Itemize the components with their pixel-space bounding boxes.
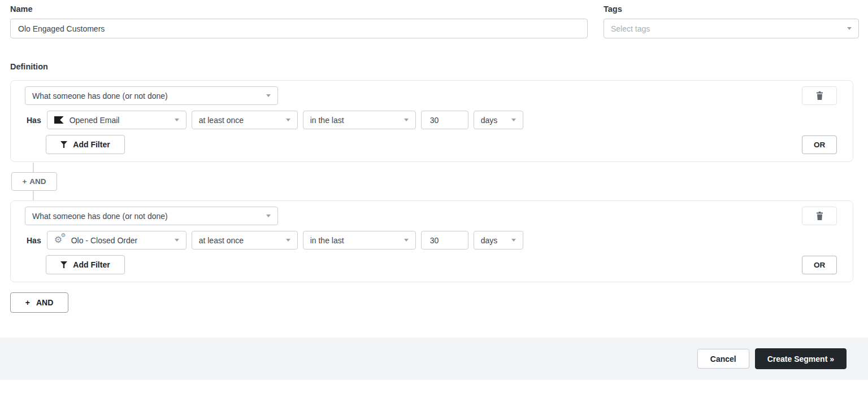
add-filter-button[interactable]: Add Filter <box>46 255 125 274</box>
condition-type-row: What someone has done (or not done) <box>25 207 837 225</box>
chevron-down-icon <box>286 119 290 121</box>
cancel-button[interactable]: Cancel <box>697 349 749 369</box>
event-select-value: Opened Email <box>70 116 120 125</box>
timeframe-select-value: in the last <box>310 116 344 125</box>
add-and-button[interactable]: + AND <box>10 292 68 313</box>
delete-condition-button[interactable] <box>802 86 837 105</box>
event-select-value: Olo - Closed Order <box>71 236 137 245</box>
and-button-label: AND <box>29 177 46 186</box>
name-input[interactable] <box>10 19 588 38</box>
condition-type-value: What someone has done (or not done) <box>32 91 168 100</box>
chevron-down-icon <box>404 119 409 121</box>
condition-group-1: What someone has done (or not done) Has … <box>10 80 853 162</box>
unit-select-value: days <box>481 116 498 125</box>
unit-select[interactable]: days <box>474 111 523 129</box>
frequency-select-value: at least once <box>199 236 244 245</box>
add-and-button[interactable]: + AND <box>11 172 57 191</box>
delete-condition-button[interactable] <box>802 207 837 225</box>
filter-icon <box>60 261 67 268</box>
add-filter-label: Add Filter <box>73 260 110 269</box>
trash-icon <box>816 212 823 220</box>
klaviyo-flag-icon <box>54 116 64 124</box>
condition-type-select[interactable]: What someone has done (or not done) <box>25 86 278 105</box>
name-label: Name <box>10 5 588 14</box>
tags-label: Tags <box>604 5 859 14</box>
or-button[interactable]: OR <box>802 135 837 154</box>
chevron-down-icon <box>511 119 516 121</box>
trash-icon <box>816 91 823 100</box>
chevron-down-icon <box>404 239 409 242</box>
condition-type-row: What someone has done (or not done) <box>25 86 837 105</box>
plus-icon: + <box>25 298 30 307</box>
condition-criteria-row: Has Opened Email at least once in the la… <box>25 111 837 129</box>
add-filter-button[interactable]: Add Filter <box>46 135 125 154</box>
plus-icon: + <box>22 177 27 186</box>
integration-gears-icon: ⚙⚙ <box>54 235 66 245</box>
condition-criteria-row: Has ⚙⚙ Olo - Closed Order at least once … <box>25 231 837 249</box>
unit-select[interactable]: days <box>474 231 523 249</box>
chevron-down-icon <box>847 27 852 30</box>
condition-prefix-label: Has <box>27 116 41 125</box>
filter-icon <box>60 141 67 148</box>
add-filter-label: Add Filter <box>73 140 110 149</box>
condition-group-2: What someone has done (or not done) Has … <box>10 200 853 282</box>
chevron-down-icon <box>266 94 271 97</box>
condition-prefix-label: Has <box>27 236 41 245</box>
condition-type-value: What someone has done (or not done) <box>32 212 168 221</box>
chevron-down-icon <box>511 239 516 242</box>
name-field-group: Name <box>10 5 588 38</box>
chevron-down-icon <box>266 214 271 217</box>
or-button[interactable]: OR <box>802 256 837 274</box>
form-footer: Cancel Create Segment » <box>0 338 868 380</box>
frequency-select[interactable]: at least once <box>192 111 298 129</box>
tags-select[interactable]: Select tags <box>604 19 859 38</box>
condition-actions-row: Add Filter OR <box>25 255 837 274</box>
timeframe-select[interactable]: in the last <box>303 111 416 129</box>
timeframe-select[interactable]: in the last <box>303 231 416 249</box>
quantity-input[interactable] <box>421 111 468 129</box>
create-segment-button[interactable]: Create Segment » <box>755 348 847 369</box>
condition-type-select[interactable]: What someone has done (or not done) <box>25 207 278 225</box>
unit-select-value: days <box>481 236 498 245</box>
frequency-select-value: at least once <box>199 116 244 125</box>
chevron-down-icon <box>175 239 179 242</box>
condition-actions-row: Add Filter OR <box>25 135 837 154</box>
quantity-input[interactable] <box>421 231 468 249</box>
chevron-down-icon <box>286 239 290 242</box>
chevron-down-icon <box>175 119 179 121</box>
and-button-label: AND <box>36 298 53 307</box>
definition-label: Definition <box>10 62 48 71</box>
timeframe-select-value: in the last <box>310 236 344 245</box>
event-select[interactable]: ⚙⚙ Olo - Closed Order <box>47 231 186 249</box>
event-select[interactable]: Opened Email <box>47 111 186 129</box>
tags-field-group: Tags Select tags <box>604 5 859 38</box>
tags-placeholder: Select tags <box>611 24 650 33</box>
frequency-select[interactable]: at least once <box>192 231 298 249</box>
